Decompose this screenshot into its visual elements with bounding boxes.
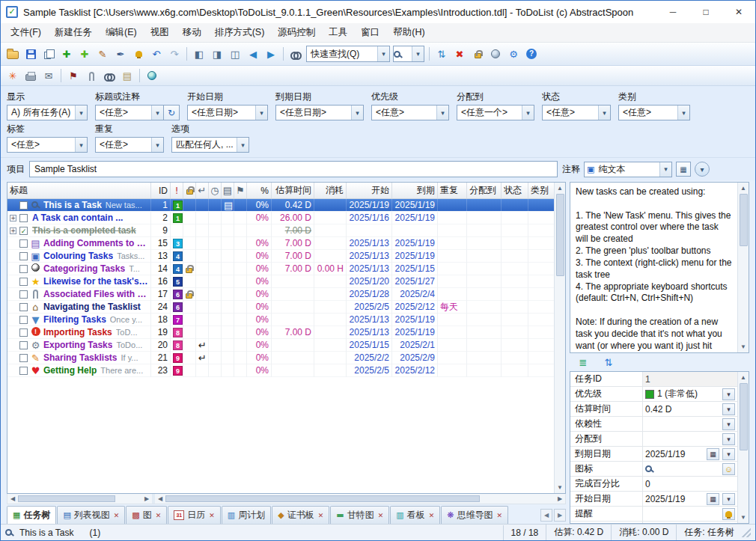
- task-checkbox[interactable]: ✓: [19, 227, 28, 235]
- help-button[interactable]: [522, 46, 540, 63]
- close-tab-icon[interactable]: ✕: [209, 512, 215, 519]
- scrollbar-thumb[interactable]: [740, 383, 748, 450]
- task-checkbox[interactable]: [19, 252, 28, 260]
- edit-title-button[interactable]: ✎: [94, 46, 112, 63]
- flag-task-button[interactable]: ⚑: [64, 67, 82, 85]
- maximize-comments-button[interactable]: ◨: [208, 46, 226, 63]
- scrollbar-thumb[interactable]: [740, 194, 748, 246]
- chevron-down-icon[interactable]: ▾: [255, 106, 267, 120]
- menu-item-8[interactable]: 窗口: [354, 22, 386, 43]
- task-row[interactable]: ▤Adding Comments to T...1530%7.00 D2025/…: [7, 237, 554, 250]
- tabs-scroll-right-icon[interactable]: ▶: [554, 509, 566, 522]
- prev-task-button[interactable]: ◀: [244, 46, 262, 63]
- dropdown-button[interactable]: ▾: [722, 493, 735, 505]
- task-checkbox[interactable]: [19, 328, 28, 337]
- weblink-button[interactable]: [487, 46, 504, 63]
- new-task-button[interactable]: ✚: [58, 46, 76, 63]
- task-row[interactable]: ▣Colouring TasksTasks...1340%7.00 D2025/…: [7, 250, 554, 263]
- chevron-down-icon[interactable]: ▾: [677, 106, 689, 120]
- quick-find-scope-combo[interactable]: ▾: [393, 46, 424, 62]
- comments-scrollbar[interactable]: ▲ ▼: [737, 183, 749, 352]
- filter-combo-due-date[interactable]: <任意日期>▾: [275, 105, 364, 120]
- maximize-button[interactable]: □: [689, 1, 722, 23]
- menu-item-2[interactable]: 编辑(E): [99, 22, 144, 43]
- chevron-down-icon[interactable]: ▾: [377, 46, 389, 61]
- column-header-flag[interactable]: ⚑: [234, 183, 247, 198]
- column-header-due[interactable]: 到期: [392, 183, 438, 198]
- task-row[interactable]: ✎Sharing TasklistsIf y...219↵0%2025/2/22…: [7, 352, 554, 364]
- save-all-button[interactable]: [40, 46, 58, 63]
- title-column-scrollbar[interactable]: ◀ ▶: [7, 494, 152, 504]
- icon-picker-button[interactable]: ☺: [722, 463, 735, 475]
- chevron-down-icon[interactable]: ▾: [151, 106, 163, 120]
- column-header-title[interactable]: 标题: [7, 183, 151, 198]
- expand-toggle[interactable]: +: [10, 227, 16, 234]
- menu-item-5[interactable]: 排序方式(S): [208, 22, 272, 43]
- column-header-start[interactable]: 开始: [347, 183, 392, 198]
- tab-kanban[interactable]: ▥看板✕: [390, 506, 440, 524]
- filter-combo-priority[interactable]: <任意>▾: [371, 105, 449, 120]
- task-checkbox[interactable]: [19, 354, 28, 362]
- spellcheck-button[interactable]: [100, 67, 118, 85]
- task-checkbox[interactable]: [19, 201, 28, 210]
- task-checkbox[interactable]: [19, 290, 28, 299]
- chevron-down-icon[interactable]: ▾: [351, 106, 363, 120]
- reminder-button[interactable]: [129, 46, 147, 63]
- close-tab-icon[interactable]: ✕: [318, 512, 324, 519]
- undo-button[interactable]: ↶: [147, 46, 165, 63]
- email-tasks-button[interactable]: ✉: [40, 67, 58, 85]
- filter-combo-show[interactable]: A) 所有任务(A)▾: [7, 105, 88, 120]
- project-input[interactable]: [29, 161, 558, 177]
- tab-calendar[interactable]: 31日历✕: [168, 506, 221, 524]
- sort-button[interactable]: ⇅: [433, 46, 451, 63]
- column-header-id[interactable]: ID: [151, 183, 171, 198]
- task-checkbox[interactable]: [19, 341, 28, 349]
- tab-chart[interactable]: ▩图✕: [126, 506, 167, 524]
- calendar-picker-button[interactable]: ▦: [707, 493, 719, 505]
- column-header-spent[interactable]: 消耗: [314, 183, 347, 198]
- scroll-left-icon[interactable]: ◀: [7, 494, 18, 504]
- attribute-layout-button[interactable]: ≣: [574, 354, 592, 371]
- scrollbar-thumb[interactable]: [556, 194, 564, 276]
- column-header-cat[interactable]: 类别: [528, 183, 554, 198]
- scroll-down-icon[interactable]: ▼: [555, 482, 566, 493]
- column-header-recur[interactable]: 重复: [438, 183, 467, 198]
- scroll-right-icon[interactable]: ▶: [555, 494, 565, 504]
- close-tab-icon[interactable]: ✕: [496, 512, 502, 519]
- minimize-button[interactable]: ─: [656, 1, 689, 23]
- scroll-down-icon[interactable]: ▼: [738, 341, 749, 352]
- menu-item-1[interactable]: 新建任务: [48, 22, 99, 43]
- close-tab-icon[interactable]: ✕: [156, 512, 162, 519]
- split-view-button[interactable]: ◫: [226, 46, 244, 63]
- comments-expand-button[interactable]: ▾: [695, 162, 710, 177]
- browser-button[interactable]: [143, 67, 161, 85]
- attribute-value[interactable]: ☺: [643, 462, 737, 476]
- menu-item-0[interactable]: 文件(F): [4, 22, 48, 43]
- calendar-picker-button[interactable]: ▦: [707, 523, 719, 524]
- task-checkbox[interactable]: [19, 278, 28, 286]
- dropdown-button[interactable]: ▾: [722, 433, 735, 445]
- task-row[interactable]: ★Likewise for the task's ...1650%2025/1/…: [7, 275, 554, 288]
- attribute-value[interactable]: 2025/1/19▦▾: [643, 447, 737, 461]
- new-subtask-button[interactable]: ✚: [76, 46, 94, 63]
- scroll-down-icon[interactable]: ▼: [738, 512, 749, 523]
- filter-combo-recurrence[interactable]: <任意>▾: [95, 137, 164, 153]
- chevron-down-icon[interactable]: ▾: [237, 138, 249, 152]
- chevron-down-icon[interactable]: ▾: [75, 138, 87, 152]
- edit-color-button[interactable]: ✒: [112, 46, 129, 63]
- expand-toggle[interactable]: +: [10, 215, 16, 221]
- print-button[interactable]: [22, 67, 40, 85]
- attribute-value[interactable]: doors.ic▦▾: [643, 522, 737, 523]
- chevron-down-icon[interactable]: ▾: [151, 138, 163, 152]
- task-checkbox[interactable]: [19, 303, 28, 311]
- task-row[interactable]: Importing TasksToD...1980%7.00 D2025/1/1…: [7, 326, 554, 339]
- attributes-scrollbar[interactable]: ▲ ▼: [737, 372, 749, 523]
- scrollbar-thumb[interactable]: [165, 495, 480, 502]
- task-row[interactable]: ⌂Navigating the Tasklist2460%2025/2/5202…: [7, 301, 554, 314]
- dropdown-button[interactable]: ▾: [722, 418, 735, 430]
- delete-task-button[interactable]: ✖: [451, 46, 469, 63]
- chevron-down-icon[interactable]: ▾: [75, 106, 87, 120]
- close-button[interactable]: ✕: [722, 1, 755, 23]
- comments-format-combo[interactable]: ▣ 纯文本 ▾: [584, 162, 672, 177]
- menu-item-3[interactable]: 视图: [144, 22, 176, 43]
